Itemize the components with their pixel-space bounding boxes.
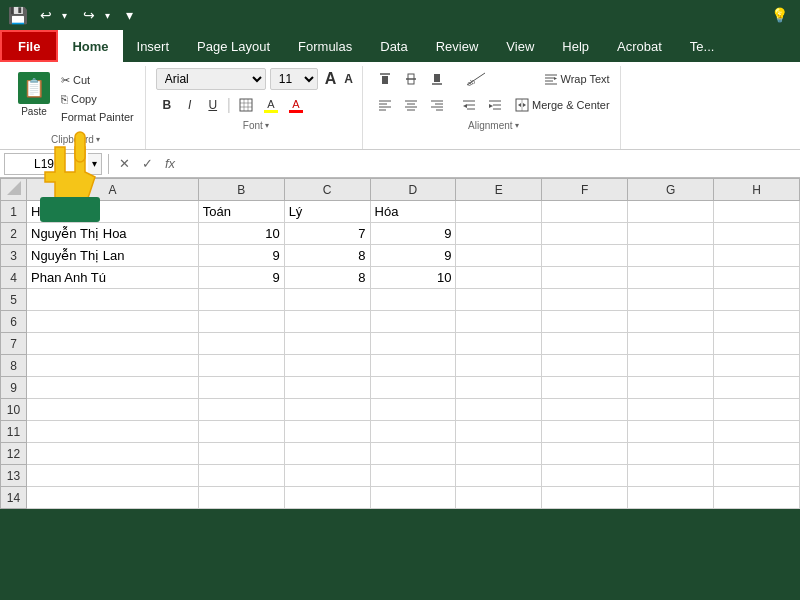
cell-7-B[interactable]	[198, 333, 284, 355]
row-header-10[interactable]: 10	[1, 399, 27, 421]
name-box[interactable]	[4, 153, 84, 175]
row-header-1[interactable]: 1	[1, 201, 27, 223]
align-right-button[interactable]	[425, 94, 449, 116]
cell-13-B[interactable]	[198, 465, 284, 487]
cell-6-E[interactable]	[456, 311, 542, 333]
tab-file[interactable]: File	[0, 30, 58, 62]
orientation-button[interactable]: ab	[461, 68, 491, 90]
cell-2-E[interactable]	[456, 223, 542, 245]
cancel-formula-button[interactable]: ✕	[115, 156, 134, 171]
row-header-12[interactable]: 12	[1, 443, 27, 465]
align-left-button[interactable]	[373, 94, 397, 116]
underline-button[interactable]: U	[202, 94, 224, 116]
cell-4-A[interactable]: Phan Anh Tú	[27, 267, 199, 289]
cell-12-H[interactable]	[714, 443, 800, 465]
row-header-14[interactable]: 14	[1, 487, 27, 509]
cell-9-C[interactable]	[284, 377, 370, 399]
cell-8-C[interactable]	[284, 355, 370, 377]
cell-2-D[interactable]: 9	[370, 223, 456, 245]
cell-2-G[interactable]	[628, 223, 714, 245]
cell-3-A[interactable]: Nguyễn Thị Lan	[27, 245, 199, 267]
cell-10-E[interactable]	[456, 399, 542, 421]
cell-5-G[interactable]	[628, 289, 714, 311]
format-painter-button[interactable]: Format Painter	[58, 109, 137, 125]
align-middle-button[interactable]	[399, 68, 423, 90]
col-header-a[interactable]: A	[27, 179, 199, 201]
cell-6-D[interactable]	[370, 311, 456, 333]
col-header-c[interactable]: C	[284, 179, 370, 201]
tab-view[interactable]: View	[492, 30, 548, 62]
cell-8-H[interactable]	[714, 355, 800, 377]
undo-dropdown[interactable]: ▾	[58, 8, 71, 23]
tab-page-layout[interactable]: Page Layout	[183, 30, 284, 62]
col-header-h[interactable]: H	[714, 179, 800, 201]
cell-2-F[interactable]	[542, 223, 628, 245]
cell-13-G[interactable]	[628, 465, 714, 487]
cell-2-A[interactable]: Nguyễn Thị Hoa	[27, 223, 199, 245]
cell-10-F[interactable]	[542, 399, 628, 421]
cell-13-F[interactable]	[542, 465, 628, 487]
redo-dropdown[interactable]: ▾	[101, 8, 114, 23]
cut-button[interactable]: ✂ Cut	[58, 72, 137, 89]
cell-13-A[interactable]	[27, 465, 199, 487]
bold-button[interactable]: B	[156, 94, 178, 116]
row-header-8[interactable]: 8	[1, 355, 27, 377]
cell-11-F[interactable]	[542, 421, 628, 443]
cell-11-A[interactable]	[27, 421, 199, 443]
align-bottom-button[interactable]	[425, 68, 449, 90]
redo-button[interactable]: ↪	[79, 5, 99, 25]
row-header-9[interactable]: 9	[1, 377, 27, 399]
col-header-d[interactable]: D	[370, 179, 456, 201]
cell-8-G[interactable]	[628, 355, 714, 377]
increase-indent-button[interactable]	[483, 94, 507, 116]
copy-button[interactable]: ⎘ Copy	[58, 91, 137, 107]
cell-5-D[interactable]	[370, 289, 456, 311]
cell-6-C[interactable]	[284, 311, 370, 333]
cell-14-G[interactable]	[628, 487, 714, 509]
cell-5-H[interactable]	[714, 289, 800, 311]
italic-button[interactable]: I	[179, 94, 201, 116]
cell-6-F[interactable]	[542, 311, 628, 333]
cell-6-B[interactable]	[198, 311, 284, 333]
font-color-button[interactable]: A	[284, 94, 308, 116]
row-header-4[interactable]: 4	[1, 267, 27, 289]
cell-5-C[interactable]	[284, 289, 370, 311]
font-family-select[interactable]: Arial Calibri Times New Roman	[156, 68, 266, 90]
decrease-indent-button[interactable]	[457, 94, 481, 116]
cell-4-F[interactable]	[542, 267, 628, 289]
cell-12-G[interactable]	[628, 443, 714, 465]
cell-9-B[interactable]	[198, 377, 284, 399]
cell-5-A[interactable]	[27, 289, 199, 311]
cell-8-A[interactable]	[27, 355, 199, 377]
name-box-expand[interactable]: ▾	[88, 153, 102, 175]
formula-input[interactable]	[183, 155, 796, 173]
cell-9-D[interactable]	[370, 377, 456, 399]
cell-10-H[interactable]	[714, 399, 800, 421]
row-header-2[interactable]: 2	[1, 223, 27, 245]
tab-acrobat[interactable]: Acrobat	[603, 30, 676, 62]
font-expand-icon[interactable]: ▾	[265, 121, 269, 130]
cell-9-G[interactable]	[628, 377, 714, 399]
cell-12-F[interactable]	[542, 443, 628, 465]
cell-12-A[interactable]	[27, 443, 199, 465]
cell-12-B[interactable]	[198, 443, 284, 465]
increase-font-button[interactable]: A	[322, 69, 340, 89]
cell-1-H[interactable]	[714, 201, 800, 223]
cell-7-C[interactable]	[284, 333, 370, 355]
cell-1-E[interactable]	[456, 201, 542, 223]
cell-1-A[interactable]: Họ tên	[27, 201, 199, 223]
tab-review[interactable]: Review	[422, 30, 493, 62]
cell-2-H[interactable]	[714, 223, 800, 245]
help-icon[interactable]: 💡	[767, 5, 792, 25]
cell-3-E[interactable]	[456, 245, 542, 267]
cell-10-C[interactable]	[284, 399, 370, 421]
cell-11-H[interactable]	[714, 421, 800, 443]
cell-3-C[interactable]: 8	[284, 245, 370, 267]
col-header-e[interactable]: E	[456, 179, 542, 201]
cell-13-E[interactable]	[456, 465, 542, 487]
cell-4-D[interactable]: 10	[370, 267, 456, 289]
cell-3-F[interactable]	[542, 245, 628, 267]
cell-11-D[interactable]	[370, 421, 456, 443]
cell-9-H[interactable]	[714, 377, 800, 399]
cell-3-G[interactable]	[628, 245, 714, 267]
